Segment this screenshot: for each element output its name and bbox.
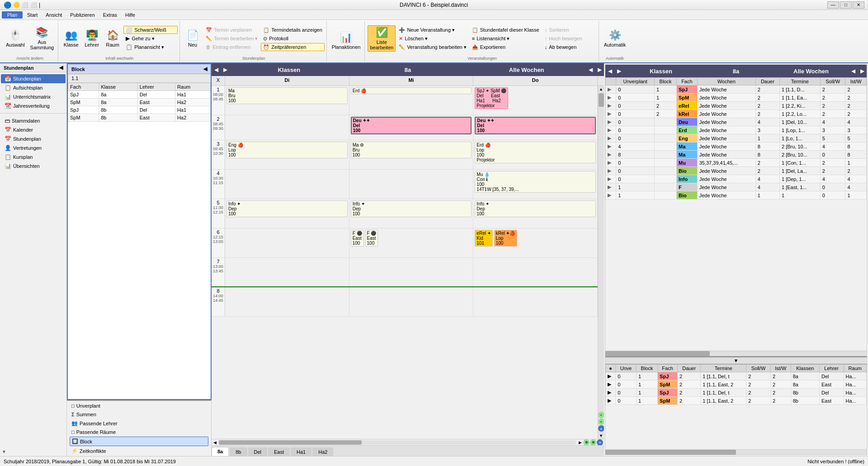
tt-scrollbar-v[interactable]: ▲ + + a ▼: [598, 86, 604, 439]
tab-ha1[interactable]: Ha1: [291, 447, 311, 456]
tt-cell-7-do[interactable]: [473, 258, 598, 286]
tab-ha2[interactable]: Ha2: [312, 447, 333, 456]
tt-entry-eng[interactable]: Eng 🍎Lop100: [226, 142, 348, 158]
menu-hilfe[interactable]: Hilfe: [122, 11, 139, 19]
tt-cell-4-di[interactable]: [225, 170, 349, 199]
tt-cell-1-do[interactable]: SpJ ✦ SpM ⚫Del EastHa1 Ha2Projektor: [473, 86, 598, 115]
tt-cell-2-do[interactable]: Deu ✦✦Del100: [473, 115, 598, 140]
rp-top-row[interactable]: ▶ 0 2 eRel Jede Woche 2 1 [2.2, Ki... 2 …: [606, 102, 867, 110]
scroll-green1[interactable]: +: [598, 412, 604, 418]
rp-top-row[interactable]: ▶ 1 Bio Jede Woche 1 1 0 1: [606, 191, 867, 200]
tt-cell-3-do[interactable]: Erd 🍎Lop100Projektor: [473, 140, 598, 169]
rp-top-row[interactable]: ▶ 0 2 kRel Jede Woche 2 1 [2.2, Lo... 2 …: [606, 110, 867, 118]
tt-entry-krel[interactable]: kRel ✦🍎Lop100: [494, 230, 517, 247]
rp-top-row[interactable]: ▶ 0 Info Jede Woche 4 1 [Dep, 1... 4 4: [606, 175, 867, 183]
rp-top-row[interactable]: ▶ 0 Mu 35,37,39,41,45,... 2 1 [Con, 1...…: [606, 159, 867, 167]
tt-cell-6-do[interactable]: eRel ✦Kid101 kRel ✦🍎Lop100: [473, 228, 598, 257]
tt-cell-4-mi[interactable]: [349, 170, 474, 199]
rp-week-left[interactable]: ◀: [849, 65, 858, 77]
nav-summen[interactable]: Σ Summen: [70, 410, 208, 418]
ribbon-btn-gehzu[interactable]: ▶ Gehe zu ▾: [123, 34, 178, 43]
nav-expand-btn[interactable]: ▼: [0, 447, 66, 456]
nav-stammdaten[interactable]: 🗃 Stammdaten: [1, 116, 66, 125]
ribbon-btn-neu[interactable]: 📄 Neu: [183, 26, 203, 51]
tt-entry-erd-do[interactable]: Erd 🍎Lop100Projektor: [475, 142, 596, 163]
tt-entry-info-di[interactable]: Info ✦Dep100: [226, 200, 348, 217]
rp-top-row[interactable]: ▶ 0 Bio Jede Woche 2 1 [Del, La... 2 2: [606, 167, 867, 175]
block-panel-collapse[interactable]: ◀: [203, 66, 207, 72]
tt-cell-2-di[interactable]: [225, 115, 349, 140]
tt-week-nav-right[interactable]: ▶: [595, 63, 604, 76]
tt-entry-deu-mi[interactable]: Deu ✦✦Del100: [351, 117, 472, 134]
rp-top-row[interactable]: ▶ 1 F Jede Woche 4 1 [East, 1... 0 4: [606, 183, 867, 191]
nav-uebersichten[interactable]: 📊 Übersichten: [1, 162, 66, 171]
tt-cell-8-do[interactable]: [473, 287, 598, 316]
tt-cell-8-di[interactable]: [225, 287, 349, 316]
close-button[interactable]: ✕: [853, 1, 864, 9]
scroll-green2[interactable]: +: [598, 418, 604, 425]
tt-entry-f2[interactable]: F ⚫East100: [365, 230, 378, 247]
ribbon-btn-stundentafel[interactable]: 📋 Stundentafel dieser Klasse: [470, 26, 542, 34]
ribbon-btn-neue-veranstaltung[interactable]: ➕ Neue Veranstaltung ▾: [396, 26, 468, 34]
ribbon-btn-protokoll[interactable]: ⊙ Protokoll: [261, 34, 325, 43]
block-table-row[interactable]: SpJ8aDelHa1: [68, 91, 211, 99]
ribbon-btn-zeitpraeferenzen[interactable]: ⏰ Zeitpräferenzen: [261, 43, 325, 51]
ribbon-btn-ab-bewegen[interactable]: ↓ Ab bewegen: [542, 43, 597, 51]
rp-top-row[interactable]: ▶ 8 Ma Jede Woche 8 2 [Bru, 10... 0 8: [606, 151, 867, 159]
scroll-h-green2[interactable]: ⊕: [590, 439, 596, 446]
window-controls[interactable]: — □ ✕: [827, 1, 864, 9]
nav-unterrichtsmatrix[interactable]: 📊 Unterrichtsmatrix: [1, 92, 66, 101]
tt-week-nav-left[interactable]: ◀: [586, 63, 595, 76]
rp-bottom-row[interactable]: ▶ 0 1 SpJ 2 1 [1.1, Del, t 2 2 8a Del Ha…: [606, 372, 867, 380]
rp-top-row[interactable]: ▶ 0 1 SpM Jede Woche 2 1 [1.1, Ea... 2 2: [606, 94, 867, 102]
ribbon-btn-schwarzweiss[interactable]: ⬜ Schwarz/Weiß: [123, 26, 178, 34]
menu-publizieren[interactable]: Publizieren: [66, 11, 98, 19]
ribbon-btn-automatik[interactable]: ⚙️ Automatik: [602, 26, 628, 51]
ribbon-btn-sortieren[interactable]: ↕ Sortieren: [542, 26, 597, 34]
ribbon-btn-hoch-bewegen[interactable]: ↑ Hoch bewegen: [542, 34, 597, 43]
ribbon-btn-sammlung[interactable]: 📚 AusSammlung: [28, 25, 57, 52]
tt-entry-info-mi[interactable]: Info ✦Dep100: [351, 200, 472, 217]
tab-east[interactable]: East: [268, 447, 290, 456]
ribbon-btn-planaktionen[interactable]: 📊 Planaktionen: [330, 28, 363, 53]
ribbon-btn-raum[interactable]: 🏠 Raum: [103, 26, 123, 51]
rp-top-row[interactable]: ▶ 0 Erd Jede Woche 3 1 [Lop, 1... 3 3: [606, 126, 867, 134]
tt-cell-6-mi[interactable]: F ⚫East100 F ⚫East100: [349, 228, 474, 257]
rp-top-row[interactable]: ▶ 0 Eng Jede Woche 1 1 [Lo, 1... 5 5: [606, 134, 867, 143]
ribbon-btn-termindetails[interactable]: 📋 Termindetails anzeigen: [261, 26, 325, 34]
scroll-up-btn[interactable]: ▲: [598, 86, 604, 92]
ribbon-btn-loeschen[interactable]: ✕ Löschen ▾: [396, 34, 468, 43]
nav-stundenplan2[interactable]: 📅 Stundenplan: [1, 134, 66, 143]
ribbon-btn-termin-bearbeiten[interactable]: ✏️ Termin bearbeiten ▾: [203, 34, 260, 43]
rp-bottom-row[interactable]: ▶ 0 1 SpJ 2 1 [1.1, Del, t 2 2 8b Del Ha…: [606, 389, 867, 397]
scroll-down-btn[interactable]: ▼: [598, 433, 604, 439]
tt-cell-5-di[interactable]: Info ✦Dep100: [225, 199, 349, 228]
ribbon-btn-veranstaltung-bearbeiten[interactable]: ✏️ Veranstaltung bearbeiten ▾: [396, 43, 468, 51]
minimize-button[interactable]: —: [827, 1, 839, 9]
rp-week-right[interactable]: ▶: [858, 65, 867, 77]
ribbon-btn-eintrag-entfernen[interactable]: 🗑 Eintrag entfernen: [203, 43, 260, 51]
rp-bottom-row[interactable]: ▶ 0 1 SpM 2 1 [1.1, East, 2 2 2 8b East …: [606, 397, 867, 405]
block-table-row[interactable]: SpM8bEastHa2: [68, 114, 211, 122]
tt-entry-f1[interactable]: F ⚫East100: [351, 230, 364, 247]
tt-entry-ma-bru2[interactable]: Ma ⚙Bru100: [351, 142, 472, 158]
nav-passende-lehrer[interactable]: 👥 Passende Lehrer: [70, 419, 208, 428]
rp-top-row[interactable]: ▶ 0 1 SpJ Jede Woche 2 1 [1.1, D... 2 2: [606, 86, 867, 94]
scroll-h-blue[interactable]: a: [597, 439, 603, 446]
tt-entry-erel[interactable]: eRel ✦Kid101: [475, 230, 492, 247]
tt-entry-ma-bru[interactable]: MaBru100: [226, 87, 348, 104]
tt-cell-8-mi[interactable]: [349, 287, 474, 316]
tt-cell-2-mi[interactable]: Deu ✦✦Del100: [349, 115, 474, 140]
nav-stundenplan[interactable]: 📅 Stundenplan: [1, 74, 66, 83]
menu-extras[interactable]: Extras: [99, 11, 121, 19]
maximize-button[interactable]: □: [840, 1, 852, 9]
scroll-h-thumb[interactable]: [219, 440, 576, 445]
scroll-h-right[interactable]: ▶: [577, 439, 583, 446]
tt-cell-1-di[interactable]: MaBru100: [225, 86, 349, 115]
ribbon-btn-lehrer[interactable]: 👨‍🏫 Lehrer: [82, 26, 102, 51]
nav-kursplan[interactable]: 📋 Kursplan: [1, 152, 66, 162]
ribbon-btn-termin-verplanen[interactable]: 📅 Termin verplanen: [203, 26, 260, 34]
tt-nav-left[interactable]: ◀: [212, 63, 221, 76]
nav-vertretungen[interactable]: 👤 Vertretungen: [1, 143, 66, 152]
tt-cell-5-do[interactable]: Info ✦Dep100: [473, 199, 598, 228]
